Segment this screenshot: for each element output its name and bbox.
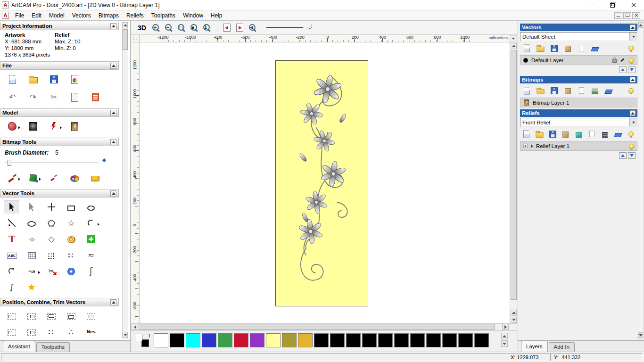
colour-swatch[interactable] [186,333,200,347]
greyscale-preview-icon[interactable] [25,119,41,133]
bitmap-colours-icon[interactable] [590,85,600,96]
toggle-bitmaps-visibility-icon[interactable] [626,85,636,96]
assistant-scrollbar[interactable] [122,22,128,338]
move-layer-up-button[interactable] [619,152,627,159]
colour-swatch[interactable] [410,333,425,347]
colour-swatch[interactable] [218,333,232,347]
colour-swatch[interactable] [282,333,297,347]
trim-vectors-icon[interactable]: ✂ [43,264,59,278]
collapse-icon[interactable] [110,190,116,197]
scroll-left-icon[interactable] [132,324,138,330]
delete-vector-layer-icon[interactable] [590,43,600,53]
collapse-icon[interactable] [110,299,116,305]
nesting-icon[interactable]: Nes [83,325,99,339]
menu-item[interactable]: Edit [28,11,45,20]
align-top-icon[interactable] [43,309,59,323]
point-cloud-icon[interactable] [63,248,79,262]
paste-along-curve-icon[interactable]: ∴ [63,325,79,339]
zoom-window-icon[interactable]: □ [176,22,187,33]
menu-item[interactable]: Bitmaps [95,11,123,20]
snap-grid-page-icon[interactable] [222,22,233,33]
secondary-colour-swatch[interactable] [141,339,149,347]
scroll-down-icon[interactable] [511,317,517,323]
colour-swatch[interactable] [362,333,377,347]
undo-icon[interactable]: ↶ [5,90,20,104]
scroll-up-icon[interactable] [501,333,508,339]
colour-swatch[interactable] [474,333,489,347]
new-model-icon[interactable] [5,72,20,86]
colour-swatch[interactable] [378,333,393,347]
slider-handle[interactable] [8,160,11,166]
menu-item[interactable]: Model [45,11,68,20]
flood-fill-icon[interactable] [25,171,41,185]
horizontal-scrollbar[interactable] [131,323,517,330]
fit-curve-icon[interactable]: ʃ [83,264,99,278]
scrollbar-thumb[interactable] [139,324,495,330]
paint-selective-icon[interactable] [46,171,61,185]
create-torus-icon[interactable] [63,264,79,278]
paste-icon[interactable] [67,90,82,104]
toggle-reliefs-visibility-icon[interactable] [627,129,636,139]
section-header-file[interactable]: File [0,61,119,70]
new-relief-layer-icon[interactable] [522,129,531,139]
collapse-icon[interactable] [110,63,116,69]
create-text-icon[interactable]: T [4,232,20,246]
move-layer-up-button[interactable] [619,66,627,73]
section-header-vector-tools[interactable]: Vector Tools [0,189,119,197]
chevron-down-icon[interactable] [629,33,637,41]
toggle-vectors-visibility-icon[interactable] [626,43,636,53]
menu-item[interactable]: Toolpaths [148,11,179,20]
layer-visibility-icon[interactable] [629,143,634,148]
new-bitmap-layer-icon[interactable] [522,85,531,96]
menu-item[interactable]: File [11,11,28,20]
zoom-scale-icon[interactable]: 1 [201,22,213,33]
create-circle-icon[interactable] [24,216,40,230]
copy-vector-layer-icon[interactable] [577,43,586,53]
panel-tab[interactable]: Layers [521,341,548,352]
close-button[interactable] [623,0,644,10]
document-icon[interactable]: A [2,12,9,19]
scroll-down-icon[interactable] [638,332,643,338]
vector-layer-row[interactable]: Default Layer [520,55,637,65]
mirror-vectors-icon[interactable]: ◁▷ [24,232,40,246]
save-bitmap-layer-icon[interactable] [549,85,559,96]
relief-select[interactable]: Front Relief [520,118,637,127]
select-vectors-icon[interactable] [4,200,20,214]
open-model-icon[interactable] [25,72,41,86]
subtract-vectors-icon[interactable] [24,325,40,339]
spiral-shell-icon[interactable] [63,232,79,246]
scrollbar-thumb[interactable] [123,29,128,50]
primary-colour-swatch[interactable] [135,334,142,341]
merge-relief-layers-icon[interactable] [561,129,570,139]
panel-tab[interactable]: Add In [549,342,575,352]
layer-colour-icon[interactable] [523,58,528,62]
collapse-icon[interactable] [630,25,636,30]
panel-tab[interactable]: Toolpaths [36,342,70,352]
colour-swatch[interactable] [458,333,473,347]
merge-vector-layers-icon[interactable] [563,43,572,53]
grid-tool-icon[interactable] [24,248,40,262]
delete-relief-layer-icon[interactable] [614,129,623,139]
save-model-icon[interactable] [46,72,61,86]
chevron-down-icon[interactable] [629,118,637,126]
mdi-close-icon[interactable] [632,12,640,19]
colour-swatch[interactable] [426,333,441,347]
collapse-icon[interactable] [630,110,636,116]
transform-vectors-icon[interactable] [43,200,59,214]
align-inside-icon[interactable] [83,309,99,323]
bitmap-portrait-icon[interactable] [67,119,82,133]
snap-guides-page-icon[interactable] [234,22,246,33]
section-header-project-information[interactable]: Project Information [0,22,119,30]
paste-array-icon[interactable] [43,248,59,262]
colour-swatch[interactable] [170,333,184,347]
merge-bitmap-layers-icon[interactable] [563,85,572,96]
save-relief-layer-icon[interactable] [548,129,557,139]
minimize-button[interactable] [582,0,603,10]
swap-colours-icon[interactable] [146,334,150,337]
zoom-out-icon[interactable]: − [163,22,174,33]
scroll-right-icon[interactable] [502,324,509,330]
collapse-icon[interactable] [630,77,636,82]
delete-bitmap-layer-icon[interactable] [604,85,613,96]
create-arc-icon[interactable] [83,216,99,230]
wrap-star-icon[interactable]: ★ [24,280,40,294]
